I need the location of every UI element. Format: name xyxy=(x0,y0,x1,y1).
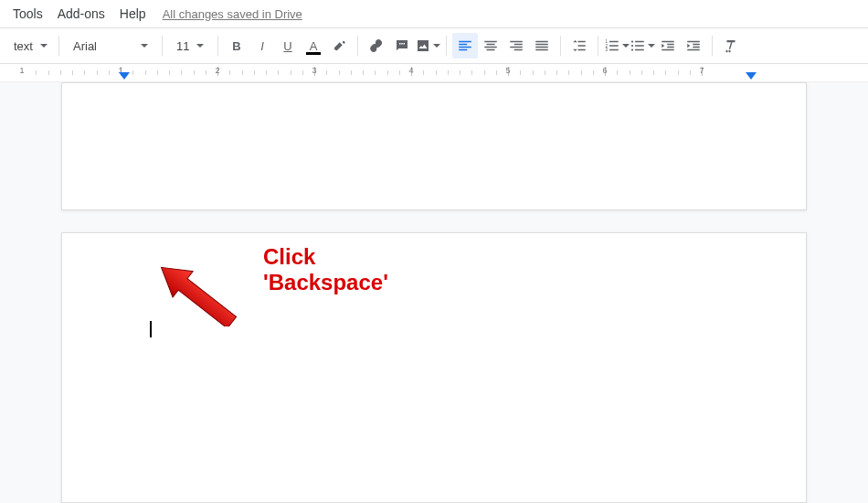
toolbar-separator xyxy=(446,36,447,56)
highlight-button[interactable] xyxy=(326,33,352,59)
underline-icon: U xyxy=(283,39,291,53)
font-label: Arial xyxy=(73,39,97,53)
align-left-icon xyxy=(457,37,473,54)
link-icon xyxy=(368,37,385,54)
toolbar-separator xyxy=(217,36,218,56)
increase-indent-icon xyxy=(685,37,702,54)
text-color-icon: A xyxy=(310,39,318,53)
insert-image-button[interactable] xyxy=(415,33,440,59)
annotation-text: Click 'Backspace' xyxy=(263,244,388,295)
chevron-down-icon xyxy=(40,44,48,48)
menu-addons[interactable]: Add-ons xyxy=(50,3,112,25)
bold-icon: B xyxy=(232,39,240,53)
left-indent-marker[interactable] xyxy=(119,72,130,80)
align-left-button[interactable] xyxy=(452,33,478,59)
styles-dropdown[interactable]: text xyxy=(5,34,53,58)
right-indent-marker[interactable] xyxy=(746,72,757,80)
svg-marker-6 xyxy=(151,255,241,327)
comment-icon xyxy=(394,37,410,54)
italic-button[interactable]: I xyxy=(249,33,275,59)
menu-help[interactable]: Help xyxy=(112,3,153,25)
align-justify-button[interactable] xyxy=(529,33,555,59)
italic-icon: I xyxy=(260,39,264,53)
bulleted-list-button[interactable] xyxy=(630,33,655,59)
toolbar: text Arial 11 B I U A xyxy=(0,27,868,64)
ruler[interactable]: 11234567 xyxy=(0,64,868,82)
numbered-list-icon: 123 xyxy=(604,37,620,54)
annotation-arrow-icon xyxy=(135,244,336,326)
highlight-icon xyxy=(331,37,347,54)
styles-label: text xyxy=(14,39,33,53)
menu-bar: Tools Add-ons Help All changes saved in … xyxy=(0,0,868,27)
toolbar-separator xyxy=(357,36,358,56)
toolbar-separator xyxy=(712,36,713,56)
chevron-down-icon xyxy=(622,44,630,48)
chevron-down-icon xyxy=(433,44,440,48)
svg-point-3 xyxy=(631,40,633,42)
clear-formatting-button[interactable] xyxy=(718,33,744,59)
font-family-dropdown[interactable]: Arial xyxy=(65,34,156,58)
annotation-overlay: Click 'Backspace' xyxy=(135,244,336,330)
font-size-dropdown[interactable]: 11 xyxy=(168,34,212,58)
increase-indent-button[interactable] xyxy=(681,33,706,59)
menu-tools[interactable]: Tools xyxy=(5,3,50,25)
page-current[interactable]: Click 'Backspace' xyxy=(61,232,807,503)
font-size-label: 11 xyxy=(176,39,189,53)
align-justify-icon xyxy=(534,37,550,54)
align-center-button[interactable] xyxy=(478,33,503,59)
toolbar-separator xyxy=(58,36,59,56)
text-color-button[interactable]: A xyxy=(301,33,326,59)
text-cursor xyxy=(150,321,152,337)
svg-text:3: 3 xyxy=(606,48,609,52)
underline-button[interactable]: U xyxy=(275,33,301,59)
chevron-down-icon xyxy=(196,44,204,48)
bold-button[interactable]: B xyxy=(224,33,249,59)
toolbar-separator xyxy=(598,36,598,56)
chevron-down-icon xyxy=(648,44,655,48)
bulleted-list-icon xyxy=(630,37,646,54)
align-right-button[interactable] xyxy=(503,33,529,59)
chevron-down-icon xyxy=(141,44,148,48)
decrease-indent-icon xyxy=(660,37,676,54)
clear-formatting-icon xyxy=(723,37,739,54)
page-previous[interactable] xyxy=(61,82,807,210)
decrease-indent-button[interactable] xyxy=(655,33,681,59)
document-area[interactable]: Click 'Backspace' xyxy=(0,82,868,503)
align-center-icon xyxy=(482,37,499,54)
toolbar-separator xyxy=(162,36,163,56)
svg-point-5 xyxy=(631,48,633,50)
numbered-list-button[interactable]: 123 xyxy=(604,33,630,59)
image-icon xyxy=(415,37,431,54)
svg-point-4 xyxy=(631,45,633,47)
align-right-icon xyxy=(508,37,524,54)
toolbar-separator xyxy=(560,36,561,56)
line-spacing-button[interactable] xyxy=(566,33,592,59)
line-spacing-icon xyxy=(571,37,587,54)
insert-comment-button[interactable] xyxy=(389,33,415,59)
insert-link-button[interactable] xyxy=(364,33,389,59)
save-status[interactable]: All changes saved in Drive xyxy=(163,7,302,21)
